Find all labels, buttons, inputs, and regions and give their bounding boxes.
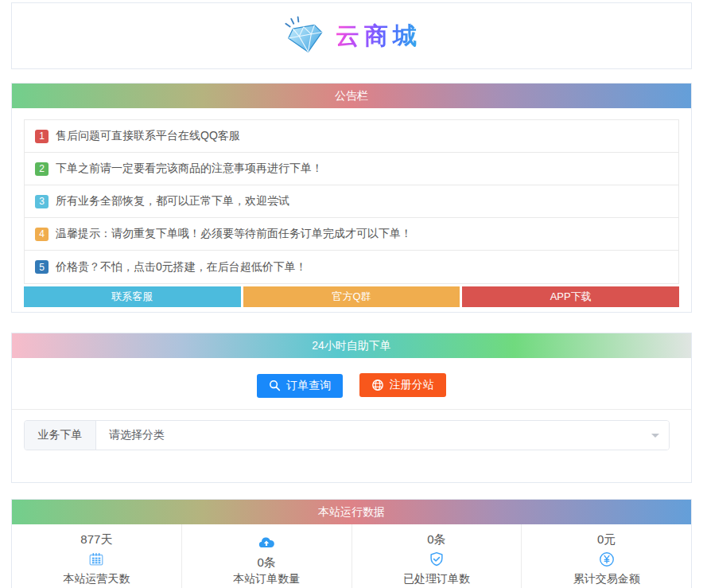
stat-order-count: 0条 本站订单数量 <box>182 524 352 588</box>
notice-buttons-row: 联系客服 官方Q群 APP下载 <box>24 286 679 307</box>
stat-label: 本站订单数量 <box>182 570 352 586</box>
chevron-down-icon <box>651 434 659 442</box>
order-query-label: 订单查询 <box>286 379 331 393</box>
category-select[interactable]: 请选择分类 <box>96 421 669 450</box>
notice-item: 4 温馨提示：请勿重复下单哦！必须要等待前面任务订单完成才可以下单！ <box>25 218 678 251</box>
page: 云商城 公告栏 1 售后问题可直接联系平台在线QQ客服 2 下单之前请一定要看完… <box>0 0 703 588</box>
business-order-label: 业务下单 <box>25 421 96 450</box>
notice-number-badge: 4 <box>35 228 49 241</box>
self-order-header: 24小时自助下单 <box>12 333 691 358</box>
stat-processed-orders: 0条 已处理订单数 <box>352 524 522 588</box>
register-substation-button[interactable]: 注册分站 <box>359 373 446 397</box>
shield-check-icon <box>352 550 522 569</box>
yen-circle-icon <box>522 550 691 569</box>
stat-label: 累计交易金额 <box>522 570 691 586</box>
notice-card: 公告栏 1 售后问题可直接联系平台在线QQ客服 2 下单之前请一定要看完该商品的… <box>11 83 692 313</box>
notice-text: 所有业务全部恢复，都可以正常下单，欢迎尝试 <box>56 194 289 208</box>
stat-label: 本站运营天数 <box>12 570 181 586</box>
self-order-card: 24小时自助下单 订单查询 注册分站 业务下 <box>11 333 692 483</box>
notice-text: 价格贵？不怕，点击0元搭建，在后台超低价下单！ <box>56 260 307 275</box>
site-stats-card: 本站运行数据 877天 <box>11 499 692 588</box>
diamond-logo-icon <box>282 14 328 58</box>
notice-item: 1 售后问题可直接联系平台在线QQ客服 <box>25 120 678 153</box>
stat-value: 877天 <box>12 532 181 547</box>
search-icon <box>269 380 281 391</box>
site-header-card: 云商城 <box>11 2 692 69</box>
notice-number-badge: 3 <box>35 195 49 208</box>
notice-number-badge: 5 <box>35 260 49 274</box>
stat-label: 已处理订单数 <box>352 570 522 586</box>
notice-item: 2 下单之前请一定要看完该商品的注意事项再进行下单！ <box>25 153 678 185</box>
notice-text: 温馨提示：请勿重复下单哦！必须要等待前面任务订单完成才可以下单！ <box>56 227 412 241</box>
register-substation-label: 注册分站 <box>390 378 434 392</box>
notice-header: 公告栏 <box>12 84 691 108</box>
stat-value: 0元 <box>522 532 691 547</box>
site-title: 云商城 <box>336 20 421 53</box>
official-qq-group-button[interactable]: 官方Q群 <box>243 286 460 307</box>
category-select-placeholder: 请选择分类 <box>109 428 165 442</box>
app-download-button[interactable]: APP下载 <box>462 286 679 307</box>
site-logo[interactable]: 云商城 <box>282 14 421 58</box>
order-query-button[interactable]: 订单查询 <box>257 374 343 398</box>
notice-number-badge: 1 <box>35 130 49 143</box>
stat-running-days: 877天 本站运营天数 <box>12 524 182 588</box>
notice-text: 下单之前请一定要看完该商品的注意事项再进行下单！ <box>56 162 323 176</box>
order-form-area: 业务下单 请选择分类 <box>12 410 691 482</box>
notice-item: 3 所有业务全部恢复，都可以正常下单，欢迎尝试 <box>25 185 678 218</box>
cloud-upload-icon <box>182 534 352 553</box>
order-action-area: 订单查询 注册分站 <box>12 358 691 410</box>
stat-total-amount: 0元 累计交易金额 <box>522 524 691 588</box>
stats-row: 877天 本站运营天数 <box>12 524 691 588</box>
contact-support-button[interactable]: 联系客服 <box>24 286 241 307</box>
calendar-icon <box>12 550 181 569</box>
stat-value: 0条 <box>352 532 522 547</box>
notice-text: 售后问题可直接联系平台在线QQ客服 <box>56 129 240 143</box>
category-form-row: 业务下单 请选择分类 <box>24 420 670 450</box>
notice-number-badge: 2 <box>35 162 49 176</box>
globe-icon <box>371 379 384 391</box>
notice-list: 1 售后问题可直接联系平台在线QQ客服 2 下单之前请一定要看完该商品的注意事项… <box>24 119 679 284</box>
notice-item: 5 价格贵？不怕，点击0元搭建，在后台超低价下单！ <box>25 251 678 283</box>
site-stats-header: 本站运行数据 <box>12 500 691 524</box>
stat-value: 0条 <box>182 555 352 570</box>
